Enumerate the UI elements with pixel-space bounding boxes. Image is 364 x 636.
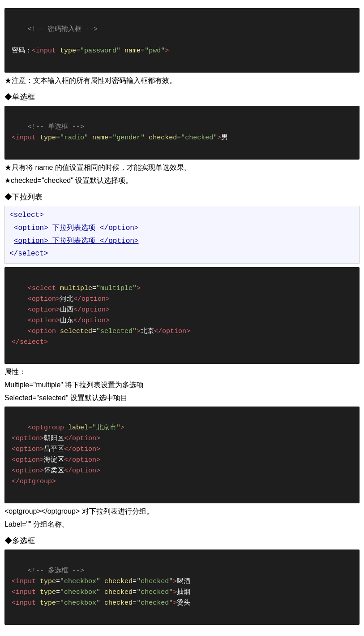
cb1-val-type: "checkbox" bbox=[60, 578, 100, 585]
sm-opt2-close: </option> bbox=[73, 306, 110, 314]
cb2-text: 抽烟 bbox=[177, 588, 190, 596]
attr-multiple-text: Multiple="multiple" 将下拉列表设置为多选项 bbox=[4, 381, 360, 390]
cb1-text: 喝酒 bbox=[177, 578, 190, 585]
sm-open-tag: <select bbox=[28, 285, 56, 292]
checkbox-code-block: <!-- 多选框 --><input type="checkbox" check… bbox=[4, 549, 360, 625]
cb2-attr-checked: checked bbox=[104, 588, 133, 596]
sm-val-selected: "selected" bbox=[96, 328, 137, 335]
sm-opt3-close: </option> bbox=[73, 317, 110, 324]
sm-open-tag-close: > bbox=[137, 285, 141, 292]
og-opt4-text: 怀柔区 bbox=[44, 467, 64, 475]
select-open-line: <select> bbox=[9, 209, 355, 222]
sm-opt1-close: </option> bbox=[73, 295, 110, 303]
sm-opt4-close-tag: </option> bbox=[154, 328, 190, 335]
sm-opt2-open: <option> bbox=[28, 306, 60, 314]
og-opt3-text: 海淀区 bbox=[44, 456, 64, 464]
cb2-tag: <input bbox=[12, 588, 36, 596]
og-opt1-open: <option> bbox=[12, 435, 44, 442]
og-opt4-open: <option> bbox=[12, 467, 44, 475]
cb3-val-checked: "checked" bbox=[137, 599, 173, 607]
sm-opt3-open: <option> bbox=[28, 317, 60, 324]
radio-note1: ★只有将 name 的值设置相同的时候，才能实现单选效果。 bbox=[4, 163, 360, 173]
cb2-attr-type: type bbox=[40, 588, 56, 596]
og-opt2-open: <option> bbox=[12, 446, 44, 453]
og-attr-label: label bbox=[68, 424, 88, 432]
select-demo-block: <select> <option> 下拉列表选项 </option> <opti… bbox=[4, 206, 360, 264]
radio-val-name: "gender" bbox=[112, 134, 145, 142]
cb2-val-checked: "checked" bbox=[137, 588, 173, 596]
radio-attr-checked: checked bbox=[149, 134, 177, 142]
optgroup-code-block: <optgroup label="北京市"><option>朝阳区</optio… bbox=[4, 407, 360, 503]
sm-close-tag: </select> bbox=[12, 338, 48, 346]
label-note: Label="" 分组名称。 bbox=[4, 520, 360, 529]
optgroup-note: <optgroup></optgroup> 对下拉列表进行分组。 bbox=[4, 507, 360, 516]
cb3-attr-checked: checked bbox=[104, 599, 133, 607]
radio-tag: <input bbox=[12, 134, 36, 142]
password-tag-open: <input bbox=[32, 47, 56, 55]
radio-val-checked: "checked" bbox=[181, 134, 217, 142]
cb2-val-type: "checkbox" bbox=[60, 588, 100, 596]
sm-attr-multiple: multiple bbox=[60, 285, 92, 292]
radio-val-type: "radio" bbox=[60, 134, 88, 142]
cb2-tag-close: > bbox=[173, 588, 177, 596]
select-option1-line: <option> 下拉列表选项 </option> bbox=[9, 222, 355, 235]
password-val-type: "password" bbox=[80, 47, 120, 55]
password-label-text: 密码： bbox=[12, 47, 32, 55]
og-close-tag: </optgroup> bbox=[12, 478, 56, 485]
og-open-tag: <optgroup bbox=[28, 424, 64, 432]
select-option2-line: <option> 下拉列表选项 </option> bbox=[9, 235, 355, 248]
attr-selected-text: Selected="selected" 设置默认选中项目 bbox=[4, 394, 360, 403]
og-opt4-close: </option> bbox=[64, 467, 100, 475]
og-opt3-open: <option> bbox=[12, 456, 44, 464]
password-comment: <!-- 密码输入框 --> bbox=[28, 26, 98, 33]
cb1-attr-checked: checked bbox=[104, 578, 133, 585]
radio-comment: <!-- 单选框 --> bbox=[28, 123, 84, 131]
password-attr-name: name bbox=[124, 47, 141, 55]
cb1-attr-type: type bbox=[40, 578, 56, 585]
password-tag-close: > bbox=[165, 47, 169, 55]
sm-opt1-text: 河北 bbox=[60, 295, 73, 303]
checkbox-section-label: ◆多选框 bbox=[4, 536, 360, 546]
password-attr-type: type bbox=[60, 47, 76, 55]
radio-tag-close2: > bbox=[217, 134, 221, 142]
sm-opt1-open: <option> bbox=[28, 295, 60, 303]
attr-label: 属性： bbox=[4, 368, 360, 377]
password-code-block: <!-- 密码输入框 --> 密码：<input type="password"… bbox=[4, 8, 360, 73]
cb1-val-checked: "checked" bbox=[137, 578, 173, 585]
radio-code-block: <!-- 单选框 --><input type="radio" name="ge… bbox=[4, 106, 360, 160]
select-section-label: ◆下拉列表 bbox=[4, 192, 360, 202]
og-opt3-close: </option> bbox=[64, 456, 100, 464]
select-close-line: </select> bbox=[9, 247, 355, 260]
password-note: ★注意：文本输入框的所有属性对密码输入框都有效。 bbox=[4, 76, 360, 86]
radio-attr-type: type bbox=[40, 134, 56, 142]
og-opt2-text: 昌平区 bbox=[44, 446, 64, 453]
sm-opt4-tag-close: > bbox=[137, 328, 141, 335]
cb3-attr-type: type bbox=[40, 599, 56, 607]
og-val-label: "北京市" bbox=[92, 424, 120, 432]
password-val-name: "pwd" bbox=[145, 47, 165, 55]
cb1-tag: <input bbox=[12, 578, 36, 585]
radio-note2: ★checked="checked" 设置默认选择项。 bbox=[4, 176, 360, 186]
sm-val-multiple: "multiple" bbox=[96, 285, 137, 292]
cb1-tag-close: > bbox=[173, 578, 177, 585]
cb3-text: 烫头 bbox=[177, 599, 190, 607]
cb3-val-type: "checkbox" bbox=[60, 599, 100, 607]
radio-text-male: 男 bbox=[221, 134, 228, 142]
page-content: <!-- 密码输入框 --> 密码：<input type="password"… bbox=[0, 0, 364, 633]
radio-attr-name: name bbox=[92, 134, 108, 142]
cb3-tag: <input bbox=[12, 599, 36, 607]
cb3-tag-close: > bbox=[173, 599, 177, 607]
sm-opt3-text: 山东 bbox=[60, 317, 73, 324]
select-multiple-code-block: <select multiple="multiple"> <option>河北<… bbox=[4, 267, 360, 364]
checkbox-comment: <!-- 多选框 --> bbox=[28, 567, 84, 575]
sm-attr-selected: selected bbox=[60, 328, 92, 335]
sm-opt4-text: 北京 bbox=[141, 328, 154, 335]
radio-section-label: ◆单选框 bbox=[4, 92, 360, 102]
sm-opt2-text: 山西 bbox=[60, 306, 73, 314]
og-opt2-close: </option> bbox=[64, 446, 100, 453]
og-opt1-close: </option> bbox=[64, 435, 100, 442]
og-open-tag-close: > bbox=[120, 424, 124, 432]
sm-opt4-open: <option bbox=[28, 328, 56, 335]
og-opt1-text: 朝阳区 bbox=[44, 435, 64, 442]
